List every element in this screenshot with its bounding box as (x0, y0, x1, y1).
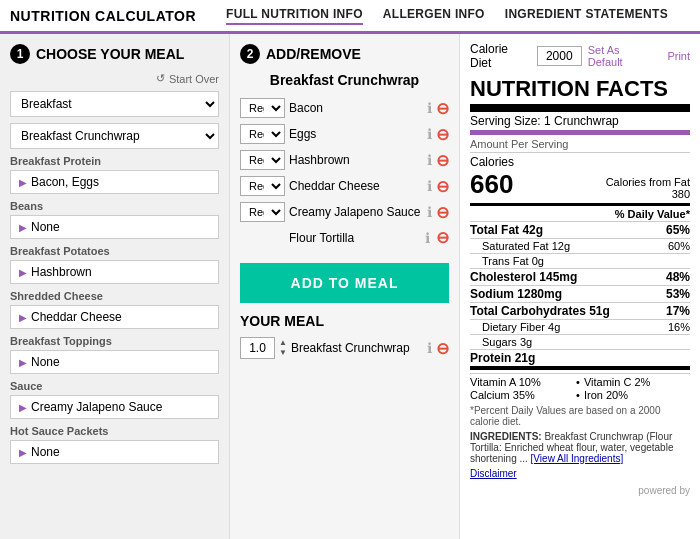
purple-divider (470, 130, 690, 135)
calories-from-fat: Calories from Fat 380 (606, 176, 690, 200)
potatoes-dropdown[interactable]: ▶ Hashbrown (10, 260, 219, 284)
remove-icon-eggs[interactable]: ⊖ (436, 125, 449, 144)
size-select-eggs[interactable]: Reg (240, 124, 285, 144)
size-select-cheddar[interactable]: Reg (240, 176, 285, 196)
cheese-dropdown[interactable]: ▶ Cheddar Cheese (10, 305, 219, 329)
item-name-tortilla: Flour Tortilla (289, 231, 419, 245)
disclaimer-link: Disclaimer (470, 468, 690, 479)
nf-footnote: *Percent Daily Values are based on a 200… (470, 405, 690, 427)
beans-dropdown[interactable]: ▶ None (10, 215, 219, 239)
remove-icon-tortilla[interactable]: ⊖ (436, 228, 449, 247)
info-icon-cheddar[interactable]: ℹ (427, 178, 432, 194)
calories-value: 660 (470, 169, 514, 200)
calories-row: Calories 660 Calories from Fat 380 (470, 155, 690, 206)
calorie-diet-label: Calorie Diet (470, 42, 531, 70)
info-icon-jalapeno[interactable]: ℹ (427, 204, 432, 220)
mid-panel: 2 ADD/REMOVE Breakfast Crunchwrap Reg Ba… (230, 34, 460, 539)
qty-stepper[interactable]: ▲ ▼ (279, 338, 287, 357)
meal-type-select[interactable]: Breakfast (10, 91, 219, 117)
info-icon-hashbrown[interactable]: ℹ (427, 152, 432, 168)
nf-title: NUTRITION FACTS (470, 76, 690, 112)
arrow-icon: ▶ (19, 222, 27, 233)
nf-trans-fat: Trans Fat 0g (470, 254, 690, 269)
your-meal-item-row: 1.0 ▲ ▼ Breakfast Crunchwrap ℹ ⊖ (240, 337, 449, 359)
item-row-cheddar: Reg Cheddar Cheese ℹ ⊖ (240, 176, 449, 196)
info-icon-eggs[interactable]: ℹ (427, 126, 432, 142)
amount-per-serving: Amount Per Serving (470, 138, 690, 153)
right-panel: Calorie Diet 2000 Set As Default Print N… (460, 34, 700, 539)
nav-allergen[interactable]: ALLERGEN INFO (383, 7, 485, 25)
item-row-eggs: Reg Eggs ℹ ⊖ (240, 124, 449, 144)
info-icon-tortilla[interactable]: ℹ (425, 230, 430, 246)
toppings-dropdown[interactable]: ▶ None (10, 350, 219, 374)
arrow-icon: ▶ (19, 267, 27, 278)
meal-qty-input[interactable]: 1.0 (240, 337, 275, 359)
header: NUTRITION CALCULATOR FULL NUTRITION INFO… (0, 0, 700, 34)
beans-label: Beans (10, 200, 219, 212)
add-remove-title: 2 ADD/REMOVE (240, 44, 449, 64)
sauce-label: Sauce (10, 380, 219, 392)
remove-icon-cheddar[interactable]: ⊖ (436, 177, 449, 196)
sauce-dropdown[interactable]: ▶ Creamy Jalapeno Sauce (10, 395, 219, 419)
qty-down-arrow[interactable]: ▼ (279, 348, 287, 358)
your-meal-section: YOUR MEAL 1.0 ▲ ▼ Breakfast Crunchwrap ℹ… (240, 313, 449, 359)
powered-by: powered by (470, 485, 690, 496)
potatoes-label: Breakfast Potatoes (10, 245, 219, 257)
hot-sauce-label: Hot Sauce Packets (10, 425, 219, 437)
calorie-diet-row: Calorie Diet 2000 Set As Default Print (470, 42, 690, 70)
cheese-label: Shredded Cheese (10, 290, 219, 302)
left-panel: 1 CHOOSE YOUR MEAL ↺ Start Over Breakfas… (0, 34, 230, 539)
your-meal-item-name: Breakfast Crunchwrap (291, 341, 423, 355)
remove-icon-jalapeno[interactable]: ⊖ (436, 203, 449, 222)
nf-ingredients: INGREDIENTS: Breakfast Crunchwrap (Flour… (470, 431, 690, 464)
print-button[interactable]: Print (667, 50, 690, 62)
item-name-jalapeno: Creamy Jalapeno Sauce (289, 205, 423, 219)
hot-sauce-dropdown[interactable]: ▶ None (10, 440, 219, 464)
start-over-btn[interactable]: ↺ Start Over (10, 72, 219, 85)
main-nav: FULL NUTRITION INFO ALLERGEN INFO INGRED… (226, 7, 668, 25)
toppings-label: Breakfast Toppings (10, 335, 219, 347)
item-name-eggs: Eggs (289, 127, 423, 141)
arrow-icon: ▶ (19, 357, 27, 368)
view-all-ingredients-link[interactable]: [View All Ingredients] (531, 453, 624, 464)
main-content: 1 CHOOSE YOUR MEAL ↺ Start Over Breakfas… (0, 34, 700, 539)
nf-total-fat: Total Fat 42g 65% (470, 222, 690, 239)
nf-cholesterol: Cholesterol 145mg 48% (470, 269, 690, 286)
nav-ingredient[interactable]: INGREDIENT STATEMENTS (505, 7, 668, 25)
item-row-tortilla: Flour Tortilla ℹ ⊖ (240, 228, 449, 247)
refresh-icon: ↺ (156, 72, 165, 85)
meal-item-select[interactable]: Breakfast Crunchwrap (10, 123, 219, 149)
nf-vitamins: Vitamin A 10% • Vitamin C 2% Calcium 35%… (470, 373, 690, 401)
protein-label: Breakfast Protein (10, 155, 219, 167)
remove-icon-bacon[interactable]: ⊖ (436, 99, 449, 118)
size-select-bacon[interactable]: Reg (240, 98, 285, 118)
protein-dropdown[interactable]: ▶ Bacon, Eggs (10, 170, 219, 194)
nf-protein: Protein 21g (470, 350, 690, 370)
remove-icon-meal[interactable]: ⊖ (436, 339, 449, 358)
size-select-jalapeno[interactable]: Reg (240, 202, 285, 222)
disclaimer-link-anchor[interactable]: Disclaimer (470, 468, 517, 479)
nf-total-carb: Total Carbohydrates 51g 17% (470, 303, 690, 320)
nf-sodium: Sodium 1280mg 53% (470, 286, 690, 303)
info-icon-meal[interactable]: ℹ (427, 340, 432, 356)
item-row-jalapeno: Reg Creamy Jalapeno Sauce ℹ ⊖ (240, 202, 449, 222)
choose-meal-title: 1 CHOOSE YOUR MEAL (10, 44, 219, 64)
qty-up-arrow[interactable]: ▲ (279, 338, 287, 348)
item-row-hashbrown: Reg Hashbrown ℹ ⊖ (240, 150, 449, 170)
step-2-circle: 2 (240, 44, 260, 64)
item-name-bacon: Bacon (289, 101, 423, 115)
nav-full-nutrition[interactable]: FULL NUTRITION INFO (226, 7, 363, 25)
arrow-icon: ▶ (19, 177, 27, 188)
size-select-hashbrown[interactable]: Reg (240, 150, 285, 170)
add-to-meal-button[interactable]: ADD TO MEAL (240, 263, 449, 303)
nf-sugars: Sugars 3g (470, 335, 690, 350)
nf-dietary-fiber: Dietary Fiber 4g 16% (470, 320, 690, 335)
arrow-icon: ▶ (19, 402, 27, 413)
set-default-link[interactable]: Set As Default (588, 44, 656, 68)
step-1-circle: 1 (10, 44, 30, 64)
arrow-icon: ▶ (19, 447, 27, 458)
calorie-diet-input[interactable]: 2000 (537, 46, 582, 66)
item-row-bacon: Reg Bacon ℹ ⊖ (240, 98, 449, 118)
info-icon-bacon[interactable]: ℹ (427, 100, 432, 116)
remove-icon-hashbrown[interactable]: ⊖ (436, 151, 449, 170)
